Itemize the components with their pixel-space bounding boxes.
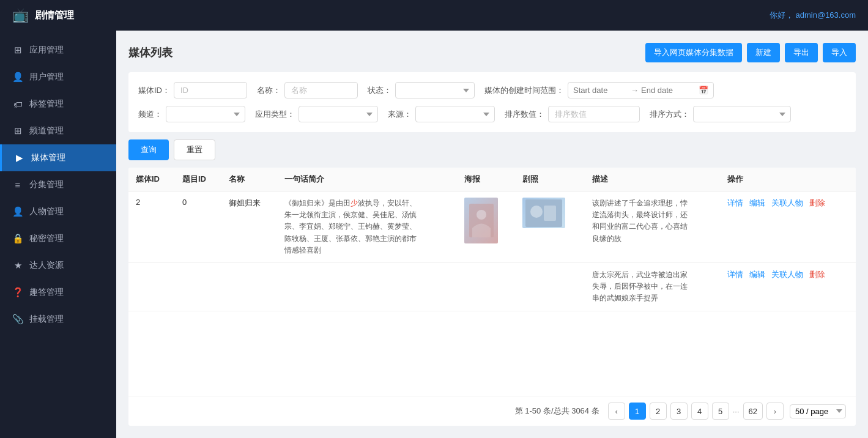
pagination-info: 第 1-50 条/总共 3064 条 [515, 406, 599, 417]
edit-link[interactable]: 编辑 [749, 198, 765, 209]
sort-value-input[interactable] [548, 106, 640, 122]
name-label: 名称： [257, 85, 281, 96]
sidebar-item-label: 趣答管理 [29, 287, 64, 298]
name-input[interactable] [284, 82, 358, 98]
page-size-select[interactable]: 50 / page 20 / page 100 / page [790, 404, 846, 418]
table-container: 媒体ID 题目ID 名称 一句话简介 海报 剧照 描述 操作 [128, 168, 856, 426]
logo: 📺 剧情管理 [12, 7, 74, 23]
filter-sort-value: 排序数值： [505, 106, 640, 122]
sidebar-item-user-mgmt[interactable]: 👤 用户管理 [0, 64, 116, 91]
list-icon: ≡ [12, 180, 23, 190]
reset-button[interactable]: 重置 [174, 139, 215, 160]
app-type-select[interactable] [299, 106, 378, 122]
sidebar-item-channel-mgmt[interactable]: ⊞ 频道管理 [0, 117, 116, 144]
user-icon: 👤 [12, 72, 23, 83]
detail-link[interactable]: 详情 [727, 198, 743, 209]
table-header-row: 媒体ID 题目ID 名称 一句话简介 海报 剧照 描述 操作 [128, 168, 856, 191]
cell-intro: 《御姐归来》是由田少波执导，安以轩、朱一龙领衔主演，侯京健、吴佳尼、汤慎宗、李宜… [277, 191, 457, 263]
source-select[interactable] [415, 106, 495, 122]
sidebar-item-media-mgmt[interactable]: ▶ 媒体管理 [0, 144, 116, 171]
channel-select[interactable] [166, 106, 245, 122]
status-select[interactable] [395, 82, 475, 98]
cell-desc: 该剧讲述了千金追求理想，悖逆流落街头，最终设计师，还和同业的富二代心喜，心喜结良… [585, 191, 721, 263]
filter-row-1: 媒体ID： 名称： 状态： 媒体的创建时间范围： [138, 82, 846, 98]
greeting-text: 你好， [770, 10, 793, 20]
col-poster: 海报 [457, 168, 515, 191]
page-btn-4[interactable]: 4 [691, 403, 708, 420]
prev-page-button[interactable]: ‹ [608, 403, 625, 420]
status-label: 状态： [368, 85, 391, 96]
sidebar-item-label: 挂载管理 [29, 314, 64, 325]
cell-poster [457, 191, 515, 263]
sort-method-select[interactable] [693, 106, 791, 122]
cell-media-id: 2 [128, 191, 175, 263]
logo-icon: 📺 [12, 7, 29, 23]
query-button[interactable]: 查询 [128, 139, 169, 160]
new-button[interactable]: 新建 [747, 43, 780, 62]
page-btn-2[interactable]: 2 [650, 403, 667, 420]
import-web-button[interactable]: 导入网页媒体分集数据 [645, 43, 742, 62]
relate-people-link[interactable]: 关联人物 [771, 269, 803, 280]
date-range-picker[interactable]: → 📅 [568, 82, 714, 98]
export-button[interactable]: 导出 [785, 43, 818, 62]
page-btn-last[interactable]: 62 [743, 403, 763, 420]
date-start-input[interactable] [573, 86, 628, 95]
cell-name: 御姐归来 [221, 191, 278, 263]
sidebar-item-app-mgmt[interactable]: ⊞ 应用管理 [0, 37, 116, 64]
sidebar-item-secret-mgmt[interactable]: 🔒 秘密管理 [0, 225, 116, 252]
channel-icon: ⊞ [12, 125, 23, 136]
delete-link[interactable]: 删除 [809, 198, 825, 209]
detail-link[interactable]: 详情 [727, 269, 743, 280]
cell-still [515, 191, 584, 263]
header-user: 你好， admin@163.com [770, 10, 856, 21]
sidebar-item-tag-mgmt[interactable]: 🏷 标签管理 [0, 91, 116, 117]
filter-row-2: 频道： 应用类型： 来源： [138, 106, 846, 122]
sidebar-item-label: 应用管理 [29, 45, 64, 56]
user-email[interactable]: admin@163.com [796, 10, 856, 20]
col-ops: 操作 [720, 168, 856, 191]
sidebar: ⊞ 应用管理 👤 用户管理 🏷 标签管理 ⊞ 频道管理 ▶ 媒体管理 ≡ 分集管… [0, 31, 116, 438]
page-title: 媒体列表 [128, 45, 172, 60]
filter-media-id: 媒体ID： [138, 82, 247, 98]
sidebar-item-hang-mgmt[interactable]: 📎 挂载管理 [0, 306, 116, 333]
sidebar-item-label: 达人资源 [29, 260, 64, 271]
app-type-label: 应用类型： [255, 109, 295, 120]
next-page-button[interactable]: › [766, 403, 784, 420]
layout: ⊞ 应用管理 👤 用户管理 🏷 标签管理 ⊞ 频道管理 ▶ 媒体管理 ≡ 分集管… [0, 31, 868, 438]
relate-people-link[interactable]: 关联人物 [771, 198, 803, 209]
sidebar-item-label: 媒体管理 [31, 152, 65, 163]
filter-app-type: 应用类型： [255, 106, 378, 122]
page-btn-5[interactable]: 5 [712, 403, 729, 420]
col-name: 名称 [221, 168, 278, 191]
media-table: 媒体ID 题目ID 名称 一句话简介 海报 剧照 描述 操作 [128, 168, 856, 311]
page-header: 媒体列表 导入网页媒体分集数据 新建 导出 导入 [128, 43, 856, 62]
sidebar-item-people-mgmt[interactable]: 👤 人物管理 [0, 198, 116, 225]
grid-icon: ⊞ [12, 45, 23, 56]
svg-point-1 [477, 210, 486, 220]
media-id-input[interactable] [174, 82, 247, 98]
lock-icon: 🔒 [12, 233, 23, 244]
delete-link[interactable]: 删除 [809, 269, 825, 280]
pagination-dots: ··· [733, 407, 740, 416]
col-media-id: 媒体ID [128, 168, 175, 191]
edit-link[interactable]: 编辑 [749, 269, 765, 280]
page-btn-1[interactable]: 1 [629, 403, 646, 420]
import-button[interactable]: 导入 [823, 43, 856, 62]
cell-ops: 详情 编辑 关联人物 删除 [720, 262, 856, 311]
date-end-input[interactable] [641, 86, 696, 95]
clip-icon: 📎 [12, 314, 23, 325]
highlight-char: 少 [351, 199, 358, 207]
sort-method-label: 排序方式： [650, 109, 689, 120]
header: 📺 剧情管理 你好， admin@163.com [0, 0, 868, 31]
filter-status: 状态： [368, 82, 475, 98]
sidebar-item-fun-mgmt[interactable]: ❓ 趣答管理 [0, 279, 116, 306]
sidebar-item-split-mgmt[interactable]: ≡ 分集管理 [0, 171, 116, 198]
col-still: 剧照 [515, 168, 584, 191]
table-wrapper[interactable]: 媒体ID 题目ID 名称 一句话简介 海报 剧照 描述 操作 [128, 168, 856, 396]
page-btn-3[interactable]: 3 [670, 403, 688, 420]
table-row: 唐太宗死后，武业寺被迫出家失辱，后因怀孕被中，在一连串的武媚娘亲手捉弄 详情 编… [128, 262, 856, 311]
main-content: 媒体列表 导入网页媒体分集数据 新建 导出 导入 媒体ID： 名称： [116, 31, 868, 438]
sidebar-item-label: 分集管理 [29, 179, 64, 190]
poster-image [464, 198, 498, 243]
sidebar-item-talent-mgmt[interactable]: ★ 达人资源 [0, 252, 116, 279]
